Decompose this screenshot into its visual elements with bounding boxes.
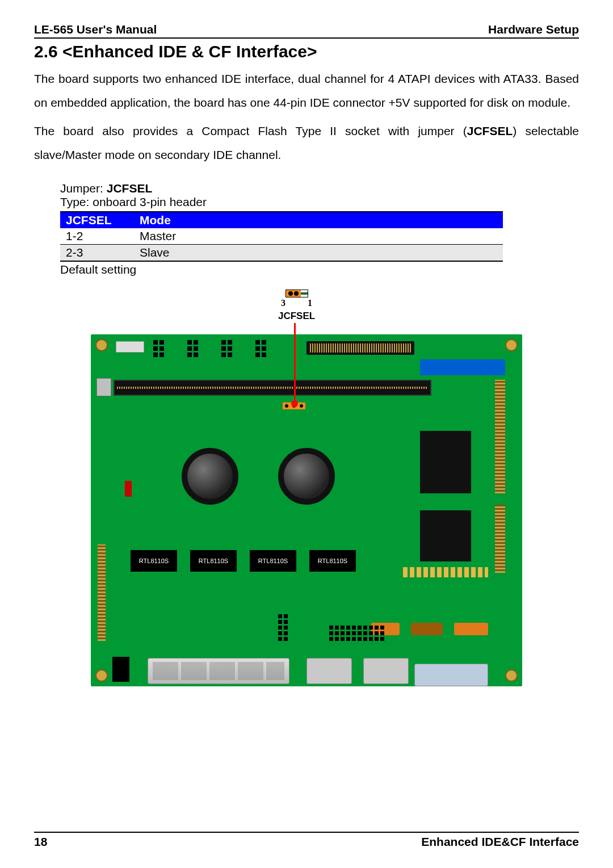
vga-port — [414, 664, 488, 686]
col-mode: Mode — [134, 212, 503, 228]
orange-connector — [454, 623, 488, 635]
pin-header — [153, 340, 164, 357]
pin-cluster — [329, 626, 384, 641]
square-chip — [420, 510, 471, 561]
grey-block — [96, 378, 111, 396]
paragraph-1: The board supports two enhanced IDE inte… — [34, 67, 579, 115]
header-right: Hardware Setup — [488, 23, 579, 36]
cell-jcfsel: 2-3 — [60, 245, 134, 262]
dark-orange-connector — [411, 623, 443, 635]
page-footer: 18 Enhanced IDE&CF Interface — [34, 832, 579, 849]
small-connector — [116, 341, 144, 353]
col-jcfsel: JCFSEL — [60, 212, 134, 228]
rtl-chip: RTL8110S — [250, 550, 296, 572]
jumper-callout: 3 1 JCFSEL — [278, 288, 315, 322]
pointer-dot — [291, 400, 298, 407]
vertical-pin-header — [98, 544, 106, 641]
paragraph-2: The board also provides a Compact Flash … — [34, 119, 579, 167]
yellow-header — [403, 567, 488, 577]
section-title: 2.6 <Enhanced IDE & CF Interface> — [34, 42, 579, 61]
table-row: 2-3 Slave — [60, 245, 503, 262]
round-chip — [182, 448, 238, 505]
jumper-table: JCFSEL Mode 1-2 Master 2-3 Slave — [60, 211, 503, 262]
red-component — [125, 481, 132, 497]
cell-jcfsel: 1-2 — [60, 228, 134, 245]
square-chip — [420, 431, 471, 493]
blue-connector — [420, 359, 505, 375]
mount-hole — [95, 669, 108, 682]
pin-header — [221, 340, 232, 357]
jumper-label-line: Jumper: JCFSEL — [60, 182, 503, 195]
usb-port — [363, 658, 409, 684]
rj45-block — [148, 658, 289, 684]
cell-mode: Slave — [134, 245, 503, 262]
mount-hole — [505, 669, 518, 682]
page-number: 18 — [34, 835, 47, 849]
table-row: 1-2 Master — [60, 228, 503, 245]
p2-jumper-name: JCFSEL — [467, 124, 513, 137]
pointer-line — [294, 323, 296, 402]
ide-header-top — [306, 341, 414, 355]
jumper-label: Jumper: — [60, 182, 107, 195]
rtl-chip: RTL8110S — [131, 550, 177, 572]
default-setting-note: Default setting — [60, 263, 503, 276]
vertical-pin-header — [495, 380, 505, 493]
rtl-chip: RTL8110S — [190, 550, 237, 572]
pin-cluster — [278, 614, 288, 641]
vertical-pin-header — [495, 505, 505, 573]
table-header-row: JCFSEL Mode — [60, 212, 503, 228]
memory-slot — [114, 380, 431, 396]
jumper-pin-icon — [285, 290, 308, 297]
p2-before: The board also provides a Compact Flash … — [34, 124, 467, 137]
round-chip — [278, 448, 335, 505]
mount-hole — [505, 339, 518, 351]
page-header: LE-565 User's Manual Hardware Setup — [34, 23, 579, 39]
board-diagram: 3 1 JCFSEL RTL8110S RTL8110S RTL8110S — [91, 288, 522, 691]
mount-hole — [95, 339, 108, 351]
pin-header — [187, 340, 198, 357]
black-block — [112, 657, 129, 682]
pin-number-row: 3 1 — [281, 298, 312, 308]
pin-3: 3 — [281, 298, 285, 308]
jumper-block: Jumper: JCFSEL Type: onboard 3-pin heade… — [60, 182, 503, 276]
rtl-chip: RTL8110S — [309, 550, 356, 572]
usb-port — [306, 658, 352, 684]
footer-title: Enhanced IDE&CF Interface — [421, 835, 579, 849]
pin-1: 1 — [308, 298, 312, 308]
cell-mode: Master — [134, 228, 503, 245]
jumper-type-line: Type: onboard 3-pin header — [60, 195, 503, 209]
pcb-board: RTL8110S RTL8110S RTL8110S RTL8110S — [91, 334, 522, 686]
pin-header — [255, 340, 266, 357]
callout-label: JCFSEL — [278, 311, 315, 322]
jumper-name: JCFSEL — [107, 182, 153, 195]
header-left: LE-565 User's Manual — [34, 23, 157, 36]
